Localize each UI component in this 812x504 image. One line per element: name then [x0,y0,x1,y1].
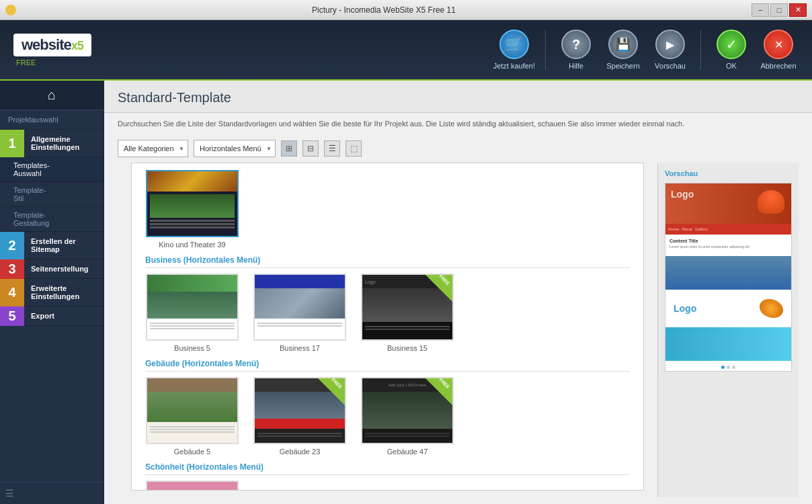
preview-top-banner: Logo [665,183,791,224]
step-4-number: 4 [0,279,24,306]
menu-type-select[interactable]: Horizontales Menü [194,140,276,157]
sch-thumbnail [146,480,239,491]
template-kino-39[interactable]: Kino und Theater 39 [145,170,239,249]
step-1-number: 1 [0,130,24,157]
preview-title: Vorschau [665,169,792,177]
buy-button[interactable]: 🛒 Jetzt kaufen! [493,30,535,70]
view-grid-small-button[interactable]: ⊟ [302,140,319,157]
templates-scroll[interactable]: Kino und Theater 39 Business (Horizontal… [131,163,644,491]
sidebar-step-4[interactable]: 4 ErweiterteEinstellungen [0,279,104,306]
step-2-number: 2 [0,232,24,259]
preview-dots [665,364,791,371]
view-list-button[interactable]: ☰ [324,140,340,157]
kino-lines [150,220,235,228]
kino-thumbnail [146,170,239,237]
template-gebaeude-23[interactable]: FREE Gebäude 23 [253,377,347,456]
geb5-name: Gebäude 5 [174,448,210,456]
sidebar-step-5[interactable]: 5 Export [0,306,104,326]
biz15-lines [362,322,452,334]
geb23-free-badge-triangle [318,378,345,405]
logo-area: websitex5 FREE [13,34,91,67]
step-4-content: ErweiterteEinstellungen [24,279,104,306]
sidebar-step-1[interactable]: 1 AllgemeineEinstellungen [0,130,104,157]
kino-line-2 [150,223,235,225]
preview-label: Vorschau [655,62,686,70]
sidebar-step-2[interactable]: 2 Erstellen derSitemap [0,232,104,259]
geb5-line-2 [150,429,235,430]
preview-dot-1 [721,366,725,369]
home-icon: ⌂ [48,87,56,103]
content-description: Durchsuchen Sie die Liste der Standardvo… [104,113,812,134]
biz17-name: Business 17 [280,344,320,352]
sidebar-home-button[interactable]: ⌂ [0,81,104,110]
save-button[interactable]: 💾 Speichern [603,30,643,70]
content-area: Standard-Template Durchsuchen Sie die Li… [104,81,812,504]
preview-nav-item-1: Home [668,227,679,231]
template-business-17[interactable]: Business 17 [253,274,347,352]
sidebar-template-stil[interactable]: Template-Stil [0,182,104,207]
geb23-mid [255,419,345,429]
main-area: ⌂ Projektauswahl 1 AllgemeineEinstellung… [0,81,812,504]
gebaeude-section-label: Gebäude (Horizontales Menü) [145,359,630,372]
menu-select-wrap: Horizontales Menü [194,140,276,157]
biz15-name: Business 15 [387,344,428,352]
preview-nav-item-2: About [682,227,692,231]
preview-logo-box: Logo [674,303,696,314]
step-1-title: AllgemeineEinstellungen [31,135,97,151]
sidebar-step-3[interactable]: 3 Seitenerstellung [0,259,104,279]
free-badge-triangle [425,275,452,302]
ok-button[interactable]: ✓ OK [711,30,752,70]
biz17-header [255,275,345,288]
step-3-content: Seitenerstellung [24,259,104,279]
geb23-name: Gebäude 23 [280,448,321,456]
titlebar: Pictury - Incomedia WebSite X5 Free 11 −… [0,0,812,20]
logo: websitex5 [13,34,91,56]
preview-section-2: Logo [665,292,791,325]
step-4-title: ErweiterteEinstellungen [31,284,97,300]
logo-free: FREE [16,58,91,67]
template-gebaeude-47[interactable]: Add your LOGO here FREE Gebäude [360,377,454,456]
filter-bar: Alle Kategorien Horizontales Menü ⊞ ⊟ ☰ … [104,134,812,163]
category-select-wrap: Alle Kategorien [118,140,188,157]
help-label: Hilfe [569,62,583,70]
kino-row: Kino und Theater 39 [145,170,630,249]
preview-bird-icon [760,299,783,318]
cancel-button[interactable]: ✕ Abbrechen [758,30,799,70]
preview-content: Logo Home About Gallery Content Title Lo… [665,183,792,372]
gebaeude-row: Gebäude 5 [145,377,630,456]
category-select[interactable]: Alle Kategorien [118,140,188,157]
close-button[interactable]: ✕ [789,3,807,17]
cancel-label: Abbrechen [760,62,796,70]
template-gebaeude-5[interactable]: Gebäude 5 [145,377,239,456]
help-button[interactable]: ? Hilfe [556,30,596,70]
sidebar-menu-icon[interactable]: ☰ [5,488,14,499]
buy-icon: 🛒 [499,30,529,59]
geb5-header [147,378,237,392]
template-schoenheit[interactable] [145,480,239,491]
maximize-button[interactable]: □ [770,3,788,17]
toolbar-divider-1 [545,30,546,70]
template-business-5[interactable]: Business 5 [145,274,239,352]
minimize-button[interactable]: − [752,3,769,17]
biz5-line-3 [150,328,235,329]
schoenheit-section-label: Schönheit (Horizontales Menü) [145,462,630,475]
preview-button[interactable]: ▶ Vorschau [650,30,690,70]
biz15-line-2 [365,329,450,330]
preview-dot-3 [732,366,735,369]
geb47-free-badge-triangle [425,378,452,405]
geb23-thumbnail: FREE [253,377,346,444]
geb47-logo-text: Add your LOGO here [389,383,427,387]
preview-bird [758,190,784,214]
view-grid-large-button[interactable]: ⊞ [281,140,297,157]
buy-label: Jetzt kaufen! [493,62,535,70]
app-container: websitex5 FREE 🛒 Jetzt kaufen! ? Hilfe 💾… [0,20,812,504]
app-icon [5,5,16,15]
sidebar-projektauswahl[interactable]: Projektauswahl [0,110,104,130]
biz5-thumbnail [146,274,239,341]
sidebar-template-gestaltung[interactable]: Template-Gestaltung [0,207,104,232]
view-export-button[interactable]: ⬚ [346,140,362,157]
kino-top-bar [147,171,237,192]
template-business-15[interactable]: Logo FREE Business 15 [360,274,454,352]
sidebar-templates-auswahl[interactable]: Templates-Auswahl [0,157,104,182]
kino-name: Kino und Theater 39 [159,241,225,249]
